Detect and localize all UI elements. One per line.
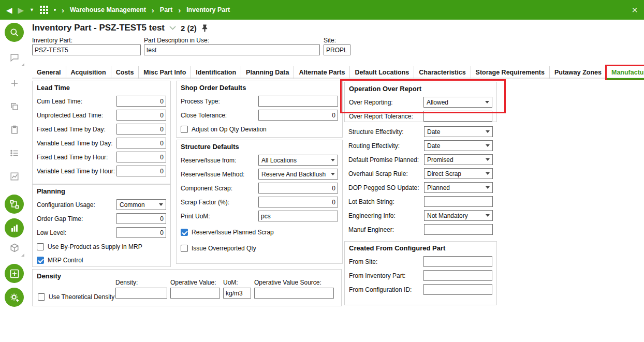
manuf-engineer-input[interactable] [424, 224, 493, 235]
workflow-icon[interactable] [5, 195, 24, 214]
variable-lead-time-day-input[interactable] [116, 138, 166, 148]
over-report-tolerance-input[interactable] [423, 111, 492, 122]
over-reporting-label: Over Reporting: [349, 99, 393, 106]
close-icon[interactable]: × [632, 5, 638, 15]
from-site-input[interactable] [423, 256, 492, 267]
chart-icon[interactable] [9, 171, 20, 182]
configuration-usage-select[interactable]: Common [116, 199, 166, 210]
operative-value-source-input[interactable] [254, 288, 334, 299]
chevron-down-icon[interactable] [169, 26, 176, 30]
density-section: Density Use Theoretical Density Density:… [32, 269, 342, 306]
back-icon[interactable]: ◀ [6, 6, 12, 14]
add-box-icon[interactable] [5, 264, 24, 283]
tab-misc-part-info[interactable]: Misc Part Info [139, 66, 191, 79]
reserve-planned-scrap-checkbox[interactable]: Reserve/Issue Planned Scrap [181, 227, 338, 237]
inventory-part-input[interactable] [32, 44, 141, 55]
tab-default-locations[interactable]: Default Locations [350, 66, 414, 79]
lot-batch-string-input[interactable] [424, 196, 493, 207]
routing-effectivity-select[interactable]: Date [424, 140, 493, 151]
dop-pegged-so-update-label: DOP Pegged SO Update: [348, 184, 419, 191]
density-input[interactable] [115, 288, 167, 299]
settings-icon[interactable] [5, 288, 24, 307]
clipboard-icon[interactable] [9, 124, 20, 136]
cum-lead-time-input[interactable] [116, 96, 166, 107]
order-gap-time-input[interactable] [116, 213, 166, 224]
close-tolerance-input[interactable] [258, 110, 338, 121]
list-icon[interactable] [9, 147, 20, 159]
select-value: Direct Scrap [427, 170, 461, 177]
tab-characteristics[interactable]: Characteristics [414, 66, 471, 79]
tab-planning-data[interactable]: Planning Data [241, 66, 294, 79]
checkbox-label: Issue Overreported Qty [192, 245, 256, 252]
search-icon[interactable] [5, 23, 24, 42]
forward-icon[interactable]: ▶ [18, 6, 24, 14]
checkbox-label: Use Theoretical Density [49, 293, 114, 301]
adjust-op-qty-checkbox[interactable]: Adjust on Op Qty Deviation [181, 124, 338, 135]
manufacturing-fields: Structure Effectivity: Date Routing Effe… [344, 126, 497, 238]
default-promise-planned-label: Default Promise Planned: [348, 156, 419, 163]
checkbox[interactable] [181, 229, 188, 236]
over-reporting-select[interactable]: Allowed [423, 97, 492, 108]
variable-lead-time-hour-label: Variable Lead Time by Hour: [37, 168, 115, 175]
history-dropdown-icon[interactable]: ▼ [30, 7, 34, 12]
site-input[interactable] [324, 44, 350, 55]
add-icon[interactable] [9, 78, 20, 89]
issue-overreported-checkbox[interactable]: Issue Overreported Qty [181, 243, 338, 254]
checkbox[interactable] [181, 245, 188, 252]
breadcrumb-inventory-part[interactable]: Inventory Part [186, 6, 230, 13]
fixed-lead-time-day-input[interactable] [116, 124, 166, 135]
checkbox[interactable] [38, 293, 45, 301]
part-description-input[interactable] [144, 44, 320, 55]
tab-identification[interactable]: Identification [191, 66, 241, 79]
page-header: Inventory Part - PSZ-TEST5 test 2 (2) [32, 23, 208, 33]
fixed-lead-time-hour-input[interactable] [116, 152, 166, 162]
tab-manufacturing[interactable]: Manufacturing [607, 66, 644, 79]
default-promise-planned-select[interactable]: Promised [424, 154, 493, 165]
checkbox[interactable] [37, 257, 44, 264]
chevron-down-icon [486, 130, 490, 133]
checkbox[interactable] [37, 243, 44, 250]
engineering-info-select[interactable]: Not Mandatory [424, 210, 493, 221]
expander-icon[interactable] [21, 254, 24, 257]
component-scrap-input[interactable] [258, 183, 338, 194]
process-type-input[interactable] [258, 96, 338, 107]
note-icon[interactable] [9, 52, 20, 63]
field-row: Reserve/Issue Method: Reserve And Backfl… [181, 169, 338, 180]
reserve-issue-from-select[interactable]: All Locations [258, 155, 338, 166]
tab-costs[interactable]: Costs [111, 66, 139, 79]
breadcrumb-warehouse-management[interactable]: Warehouse Management [70, 6, 146, 13]
mrp-control-checkbox[interactable]: MRP Control [37, 255, 166, 265]
unprotected-lead-time-input[interactable] [116, 110, 166, 121]
tab-putaway-zones[interactable]: Putaway Zones [550, 66, 607, 79]
reserve-issue-method-select[interactable]: Reserve And Backflush [258, 169, 338, 180]
structure-effectivity-label: Structure Effectivity: [348, 128, 403, 136]
print-uom-input[interactable] [258, 211, 338, 221]
low-level-input[interactable] [116, 227, 166, 238]
dop-pegged-so-update-select[interactable]: Planned [424, 182, 493, 193]
overhaul-scrap-rule-select[interactable]: Direct Scrap [424, 168, 493, 179]
statistics-icon[interactable] [5, 218, 24, 237]
operative-value-input[interactable] [170, 288, 220, 299]
tab-storage-requirements[interactable]: Storage Requirements [471, 66, 550, 79]
checkbox[interactable] [181, 126, 188, 133]
structure-effectivity-select[interactable]: Date [424, 126, 493, 137]
chevron-right-icon: › [62, 6, 64, 14]
use-theoretical-density-checkbox[interactable]: Use Theoretical Density [38, 291, 114, 302]
scrap-factor-input[interactable] [258, 197, 338, 207]
from-inventory-part-input[interactable] [423, 270, 492, 281]
reserve-issue-method-label: Reserve/Issue Method: [181, 171, 244, 178]
package-icon[interactable] [9, 242, 20, 254]
from-configuration-id-input[interactable] [423, 284, 492, 295]
use-by-product-checkbox[interactable]: Use By-Product as Supply in MRP [37, 241, 166, 252]
expander-icon[interactable] [21, 63, 24, 66]
variable-lead-time-hour-input[interactable] [116, 166, 166, 176]
app-grid-icon[interactable] [40, 6, 48, 14]
uom-input[interactable] [223, 288, 251, 299]
tab-acquisition[interactable]: Acquisition [66, 66, 111, 79]
copy-icon[interactable] [9, 101, 20, 112]
tab-alternate-parts[interactable]: Alternate Parts [294, 66, 350, 79]
tab-general[interactable]: General [32, 66, 66, 79]
tab-bar: General Acquisition Costs Misc Part Info… [32, 65, 644, 79]
pin-icon[interactable] [201, 24, 208, 32]
breadcrumb-part[interactable]: Part [160, 6, 172, 13]
